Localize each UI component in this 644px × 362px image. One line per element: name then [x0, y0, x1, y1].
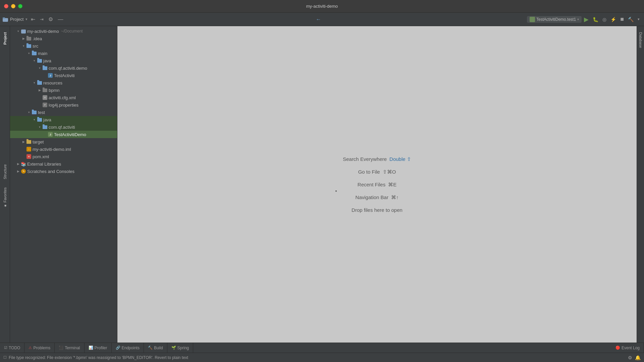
- structure-vtab[interactable]: Structure: [2, 161, 8, 183]
- maximize-button[interactable]: [18, 4, 22, 8]
- expand-all-button[interactable]: ⇥: [39, 16, 45, 22]
- lib-icon: 📚: [21, 161, 26, 167]
- tree-item-java-main[interactable]: ▾ java: [10, 57, 117, 64]
- run-config-label: TestActivitiDemo.test1: [536, 17, 576, 22]
- status-message[interactable]: File type recognized: File extension '*.…: [9, 355, 188, 360]
- tree-item-scratches-and-consoles[interactable]: ▶ ✎ Scratches and Consoles: [10, 168, 117, 175]
- tree-item-com-qf-activiti[interactable]: ▾ com.qf.activiti: [10, 123, 117, 131]
- tree-item-my-activiti-demo-iml[interactable]: I my-activiti-demo.iml: [10, 145, 117, 153]
- tree-item-pom-xml[interactable]: M pom.xml: [10, 153, 117, 160]
- tab-spring[interactable]: 🌱 Spring: [167, 343, 194, 353]
- hint-navigation-bar: Navigation Bar ⌘↑: [356, 194, 399, 200]
- editor-area: Search Everywhere Double ⇧ Go to File ⇧⌘…: [117, 26, 637, 343]
- close-button[interactable]: [4, 4, 8, 8]
- tree-item-main[interactable]: ▾ main: [10, 50, 117, 57]
- tree-item-resources[interactable]: ▾ resources: [10, 79, 117, 86]
- tree-label-resources: resources: [43, 80, 62, 85]
- bottom-tabs-spacer: [193, 343, 611, 353]
- tab-problems[interactable]: ⚠ Problems: [24, 343, 55, 353]
- tree-item-external-libraries[interactable]: ▶ 📚 External Libraries: [10, 160, 117, 168]
- project-dropdown-arrow[interactable]: ▾: [25, 17, 28, 21]
- tree-label-bpmn: bpmn: [49, 88, 60, 93]
- title-bar: my-activiti-demo: [0, 0, 644, 13]
- run-config-dropdown[interactable]: ▾: [577, 17, 579, 21]
- build-icon: 🔨: [148, 346, 153, 350]
- hint-navigation-bar-shortcut: ⌘↑: [391, 194, 399, 200]
- run-configuration[interactable]: TestActivitiDemo.test1 ▾: [527, 16, 582, 23]
- tab-profiler[interactable]: 📊 Profiler: [85, 343, 112, 353]
- tree-item-TestActiviti[interactable]: J TestActiviti: [10, 72, 117, 79]
- bottom-tabs-bar: ☑ TODO ⚠ Problems ⬛ Terminal 📊 Profiler …: [0, 343, 644, 353]
- tree-label-log4j-properties: log4j.properties: [49, 103, 78, 108]
- tree-label-idea: .idea: [33, 36, 42, 41]
- status-settings-icon[interactable]: ⚙: [628, 355, 632, 360]
- tree-label-target: target: [33, 139, 44, 144]
- debug-button[interactable]: 🐛: [591, 16, 600, 23]
- back-button[interactable]: ←: [314, 16, 323, 23]
- tab-terminal[interactable]: ⬛ Terminal: [55, 343, 84, 353]
- more-actions-button[interactable]: ▾: [636, 16, 641, 22]
- tree-item-java-test[interactable]: ▾ java: [10, 116, 117, 123]
- tab-endpoints[interactable]: 🔗 Endpoints: [112, 343, 144, 353]
- tree-item-log4j-properties[interactable]: P log4j.properties: [10, 101, 117, 109]
- project-vtab[interactable]: Project: [2, 29, 8, 48]
- close-panel-button[interactable]: —: [56, 16, 64, 23]
- tree-item-activiti-cfg-xml[interactable]: X activiti.cfg.xml: [10, 94, 117, 101]
- project-tree: ▾ my-activiti-demo ~/Document ▶ .idea ▾ …: [10, 26, 117, 343]
- side-panel-bottom: Structure ★ Favorites: [0, 161, 10, 211]
- tree-arrow-com-qf-activiti-demo: ▾: [37, 66, 42, 70]
- status-bar: ☐ File type recognized: File extension '…: [0, 353, 644, 362]
- minimize-button[interactable]: [11, 4, 15, 8]
- project-root-icon: [21, 28, 26, 34]
- collapse-all-button[interactable]: ⇤: [30, 15, 37, 23]
- tree-item-test[interactable]: ▾ test: [10, 109, 117, 116]
- hint-go-to-file-shortcut: ⇧⌘O: [383, 169, 396, 175]
- spring-icon: 🌱: [171, 346, 176, 350]
- tree-label-src: src: [33, 44, 38, 49]
- tab-event-log[interactable]: 🔴 Event Log: [611, 343, 644, 353]
- status-bar-right: ⚙ 🔔: [628, 355, 641, 360]
- tree-item-idea[interactable]: ▶ .idea: [10, 35, 117, 42]
- tree-label-my-activiti-demo: my-activiti-demo: [27, 29, 59, 34]
- folder-idea-icon: [26, 36, 32, 41]
- tree-label-my-activiti-demo-iml: my-activiti-demo.iml: [33, 147, 71, 152]
- hint-search-everywhere: Search Everywhere Double ⇧: [343, 156, 411, 162]
- database-vtab[interactable]: Database: [637, 29, 644, 51]
- folder-main-icon: [32, 51, 37, 56]
- status-notification-icon[interactable]: 🔔: [635, 355, 641, 360]
- folder-target-icon: [26, 139, 32, 144]
- folder-java-test-icon: [37, 117, 42, 122]
- project-panel: ▾ my-activiti-demo ~/Document ▶ .idea ▾ …: [10, 26, 117, 343]
- profile-button[interactable]: ⚡: [609, 16, 618, 23]
- tree-arrow-test: ▾: [26, 111, 32, 114]
- hint-drop-files-text: Drop files here to open: [352, 207, 402, 213]
- stop-button[interactable]: ■: [619, 15, 626, 23]
- window-controls: [4, 4, 22, 8]
- settings-button[interactable]: ⚙: [47, 15, 54, 23]
- tab-build[interactable]: 🔨 Build: [144, 343, 167, 353]
- tree-item-my-activiti-demo[interactable]: ▾ my-activiti-demo ~/Document: [10, 27, 117, 35]
- tree-item-src[interactable]: ▾ src: [10, 42, 117, 50]
- tree-arrow-java-main: ▾: [32, 59, 37, 62]
- event-log-icon: 🔴: [615, 346, 620, 350]
- tree-item-TestActivitiDemo[interactable]: J TestActivitiDemo: [10, 131, 117, 138]
- toolbar-center: ←: [111, 16, 526, 23]
- tree-arrow-bpmn: ▶: [37, 88, 42, 92]
- svg-rect-2: [21, 29, 26, 34]
- hint-drop-files: Drop files here to open: [352, 207, 402, 213]
- favorites-vtab[interactable]: ★ Favorites: [1, 184, 8, 211]
- window-title: my-activiti-demo: [306, 4, 338, 9]
- terminal-icon: ⬛: [59, 346, 63, 350]
- coverage-button[interactable]: ◎: [601, 16, 608, 23]
- project-label[interactable]: Project: [10, 17, 23, 22]
- main-toolbar: Project ▾ ⇤ ⇥ ⚙ — ← TestActivitiDemo.tes…: [0, 13, 644, 26]
- tree-item-com-qf-activiti-demo[interactable]: ▾ com.qf.activiti.demo: [10, 64, 117, 72]
- run-button[interactable]: ▶: [582, 15, 590, 24]
- tree-label-scratches-and-consoles: Scratches and Consoles: [27, 169, 74, 174]
- tab-todo[interactable]: ☑ TODO: [0, 343, 24, 353]
- build-button[interactable]: 🔨: [626, 16, 635, 23]
- tree-item-bpmn[interactable]: ▶ bpmn: [10, 86, 117, 94]
- tree-item-target[interactable]: ▶ target: [10, 138, 117, 145]
- right-panel-tabs: Database: [637, 26, 644, 343]
- profiler-icon: 📊: [89, 346, 93, 350]
